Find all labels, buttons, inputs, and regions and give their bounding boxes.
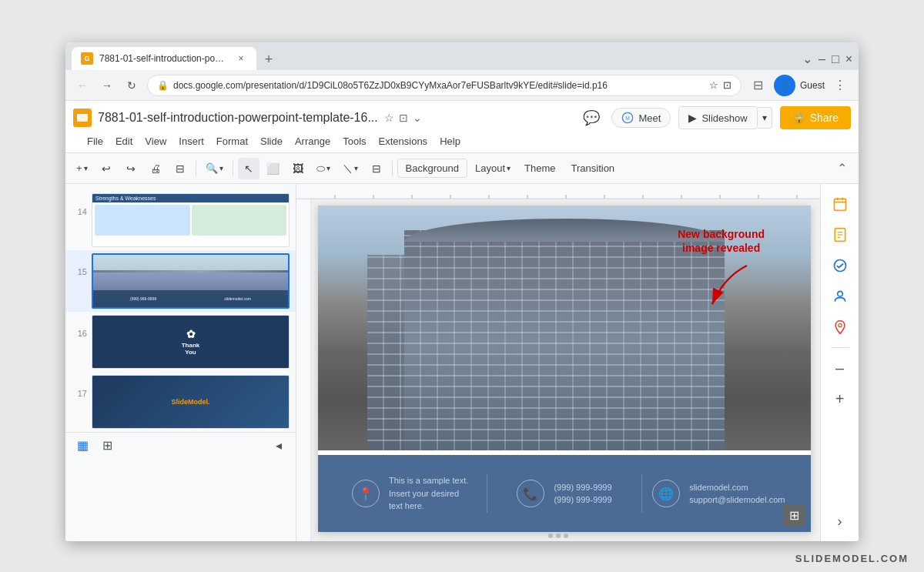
star-icon[interactable]: ☆ bbox=[384, 112, 394, 124]
text-box-button[interactable]: ⬜ bbox=[263, 158, 284, 179]
close-window-button[interactable]: × bbox=[845, 53, 852, 65]
menu-tools[interactable]: Tools bbox=[336, 133, 372, 149]
menu-edit[interactable]: Edit bbox=[109, 133, 139, 149]
chat-button[interactable]: 💬 bbox=[579, 105, 604, 130]
thumb15-bg: (999) 999-9999 slidemodel.com bbox=[93, 255, 288, 307]
expand-panel-button[interactable]: › bbox=[826, 507, 854, 535]
select-tool-button[interactable]: ↖ bbox=[238, 158, 259, 179]
transition-button[interactable]: Transition bbox=[565, 159, 621, 177]
menu-view[interactable]: View bbox=[139, 133, 172, 149]
meet-button[interactable]: M Meet bbox=[611, 108, 671, 128]
menu-insert[interactable]: Insert bbox=[172, 133, 210, 149]
thumb14-header: Strengths & Weaknesses bbox=[92, 194, 289, 202]
chevron-right-icon[interactable]: › bbox=[826, 507, 854, 535]
slide-item-14[interactable]: 14 Strengths & Weaknesses bbox=[65, 190, 296, 250]
thumb15-content: (999) 999-9999 slidemodel.com bbox=[93, 255, 288, 307]
maximize-button[interactable]: □ bbox=[832, 53, 839, 65]
calendar-icon-button[interactable] bbox=[826, 190, 854, 218]
annotation-text: New backgroundimage revealed bbox=[678, 227, 765, 255]
camera-icon[interactable]: ⊡ bbox=[399, 112, 408, 124]
slides-header: 7881-01-self-introduction-powerpoint-tem… bbox=[65, 101, 859, 153]
canvas-area: 📍 This is a sample text.Insert your desi… bbox=[296, 184, 820, 541]
thumb14-right bbox=[192, 205, 287, 236]
slide-thumbnail-15: (999) 999-9999 slidemodel.com bbox=[92, 253, 290, 309]
canvas-page-dots bbox=[548, 534, 568, 538]
filmstrip-view-button[interactable]: ⊞ bbox=[96, 435, 118, 457]
zoom-in-button[interactable]: + bbox=[826, 385, 854, 413]
tab-favicon: G bbox=[81, 52, 93, 65]
share-button[interactable]: 🔒 Share bbox=[780, 106, 851, 129]
dot2 bbox=[556, 534, 561, 538]
thumb15-overlay: (999) 999-9999 slidemodel.com bbox=[93, 290, 288, 307]
undo-button[interactable]: ↩ bbox=[95, 158, 117, 179]
thumb14-content: Strengths & Weaknesses bbox=[92, 194, 289, 246]
layout-label: Layout bbox=[475, 162, 505, 174]
slide-item-17[interactable]: 17 SlideModel. bbox=[65, 372, 296, 432]
redo-button[interactable]: ↪ bbox=[120, 158, 142, 179]
paint-format-button[interactable]: ⊟ bbox=[169, 158, 191, 179]
tab-close-button[interactable]: × bbox=[235, 52, 247, 65]
bookmark-icon[interactable]: ☆ bbox=[709, 79, 718, 91]
plus-dropdown-icon: ▾ bbox=[84, 164, 88, 172]
sidebar-bottom-toolbar: ▦ ⊞ ◂ bbox=[65, 432, 296, 458]
svg-rect-1 bbox=[77, 114, 88, 122]
insert-button[interactable]: + ▾ bbox=[72, 160, 92, 176]
building-main-windows bbox=[404, 230, 725, 450]
more-options-button[interactable]: ⋮ bbox=[829, 75, 851, 96]
annotation-arrow-icon bbox=[701, 262, 762, 316]
sidebar-collapse-button[interactable]: ◂ bbox=[268, 435, 290, 457]
print-button[interactable]: 🖨 bbox=[145, 158, 166, 179]
notes-icon-button[interactable] bbox=[826, 221, 854, 249]
lines-button[interactable]: ＼ ▾ bbox=[338, 159, 363, 178]
svg-text:M: M bbox=[626, 115, 631, 121]
image-button[interactable]: 🖼 bbox=[287, 158, 309, 179]
comment-button[interactable]: ⊟ bbox=[366, 158, 387, 179]
new-tab-button[interactable]: + bbox=[258, 49, 280, 70]
plus-icon: + bbox=[76, 162, 82, 174]
thumb17-content: SlideModel. bbox=[92, 376, 289, 428]
active-tab[interactable]: G 7881-01-self-introduction-powe... × bbox=[72, 47, 256, 70]
location-icon: 📍 bbox=[352, 480, 380, 507]
chevron-icon[interactable]: ⌄ bbox=[413, 112, 422, 124]
screenshot-icon[interactable]: ⊡ bbox=[723, 79, 732, 91]
lines-dropdown-icon: ▾ bbox=[354, 164, 358, 172]
slide-item-15[interactable]: 15 (999) 999-9999 slidemodel.com bbox=[65, 250, 296, 312]
background-button[interactable]: Background bbox=[397, 159, 467, 178]
contacts-icon-button[interactable] bbox=[826, 283, 854, 310]
zoom-out-button[interactable]: – bbox=[826, 354, 854, 382]
extensions-icon[interactable]: ⊟ bbox=[748, 75, 769, 96]
menu-arrange[interactable]: Arrange bbox=[289, 133, 336, 149]
menu-slide[interactable]: Slide bbox=[254, 133, 289, 149]
profile-icon: 👤 bbox=[778, 79, 791, 91]
shapes-button[interactable]: ⬭ ▾ bbox=[312, 160, 335, 177]
menu-extensions[interactable]: Extensions bbox=[373, 133, 434, 149]
refresh-button[interactable]: ↻ bbox=[122, 76, 141, 95]
forward-button[interactable]: → bbox=[98, 76, 116, 95]
theme-button[interactable]: Theme bbox=[518, 159, 561, 177]
grid-view-button[interactable]: ▦ bbox=[72, 435, 93, 457]
slide-canvas[interactable]: 📍 This is a sample text.Insert your desi… bbox=[318, 206, 811, 532]
menu-format[interactable]: Format bbox=[210, 133, 254, 149]
zoom-button[interactable]: 🔍 ▾ bbox=[201, 160, 228, 176]
menu-help[interactable]: Help bbox=[434, 133, 467, 149]
slide-building-main bbox=[404, 230, 725, 450]
maps-icon-button[interactable] bbox=[826, 313, 854, 341]
url-bar[interactable]: 🔒 docs.google.com/presentation/d/1D9CiL0… bbox=[147, 75, 742, 96]
toolbar-collapse-button[interactable]: ⌃ bbox=[831, 158, 852, 179]
slideshow-dropdown-button[interactable]: ▾ bbox=[758, 107, 772, 129]
slide-item-16[interactable]: 16 ✿ ThankYou bbox=[65, 312, 296, 372]
slide-corner-button[interactable]: ⊞ bbox=[783, 504, 805, 526]
guest-label: Guest bbox=[800, 80, 825, 91]
minimize-button[interactable]: – bbox=[819, 53, 825, 65]
right-sidebar-separator bbox=[831, 347, 849, 348]
back-button[interactable]: ← bbox=[73, 76, 92, 95]
chevron-down-icon[interactable]: ⌄ bbox=[802, 53, 812, 65]
layout-dropdown-icon: ▾ bbox=[507, 164, 511, 172]
slideshow-button[interactable]: ▶ Slideshow bbox=[678, 106, 757, 129]
layout-button[interactable]: Layout ▾ bbox=[470, 160, 515, 176]
slides-sidebar: 14 Strengths & Weaknesses 15 bbox=[65, 184, 296, 541]
menu-file[interactable]: File bbox=[81, 133, 109, 149]
tasks-icon-button[interactable] bbox=[826, 252, 854, 279]
profile-button[interactable]: 👤 bbox=[774, 75, 795, 96]
contacts-icon bbox=[832, 289, 848, 304]
